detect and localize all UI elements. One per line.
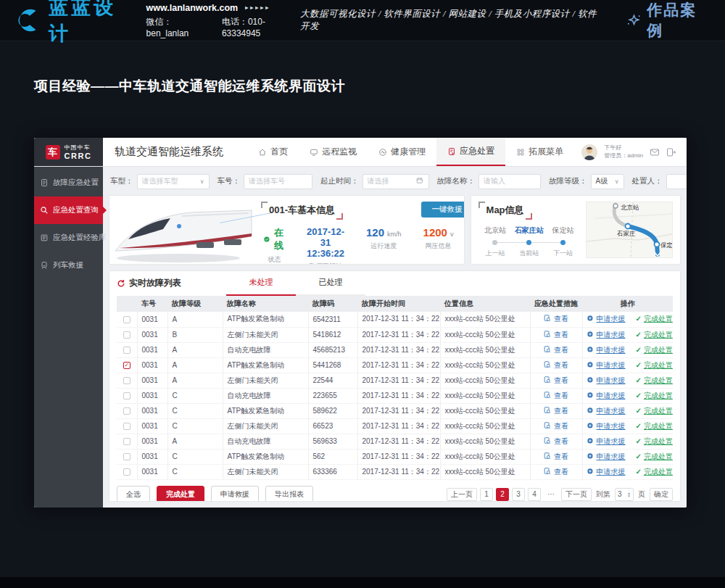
logout-icon[interactable]	[666, 147, 676, 157]
map-thumbnail[interactable]: 北京站 石家庄 保定	[586, 202, 673, 258]
page-button-3[interactable]: 3	[512, 488, 525, 501]
complete-link[interactable]: ✓完成处置	[636, 437, 673, 445]
page-button-···[interactable]: ···	[544, 488, 558, 501]
nav-tab-首页[interactable]: 首页	[247, 138, 299, 166]
row-checkbox[interactable]	[123, 331, 130, 339]
page-button-1[interactable]: 1	[480, 488, 493, 501]
cell-start-time: 2017-12-31 11：34：22	[357, 357, 440, 373]
complete-link[interactable]: ✓完成处置	[636, 315, 673, 323]
row-checkbox[interactable]	[123, 438, 130, 445]
refresh-icon[interactable]	[117, 279, 125, 288]
request-rescue-link[interactable]: 申请求援	[587, 392, 626, 399]
complete-link[interactable]: ✓完成处置	[636, 407, 673, 415]
complete-link[interactable]: ✓完成处置	[636, 361, 673, 369]
row-checkbox[interactable]	[123, 407, 130, 415]
avatar[interactable]	[581, 144, 597, 160]
tab-未处理[interactable]: 未处理	[226, 277, 296, 296]
complete-link[interactable]: ✓完成处置	[636, 376, 673, 384]
nav-tab-label: 拓展菜单	[529, 146, 563, 158]
nav-tab-远程监视[interactable]: 远程监视	[299, 138, 368, 166]
filter-select[interactable]: 请选择车型∨	[137, 174, 210, 189]
request-rescue-link[interactable]: 申请求援	[587, 331, 626, 339]
plus-circle-icon	[587, 423, 594, 430]
row-checkbox[interactable]	[123, 377, 130, 384]
sparkle-icon	[626, 14, 642, 27]
view-link[interactable]: 查看	[544, 422, 568, 430]
sidebar-item-故障应急处置[interactable]: 故障应急处置	[34, 169, 103, 196]
request-rescue-link[interactable]: 申请求援	[587, 452, 626, 460]
footer-button-导出报表[interactable]: 导出报表	[265, 486, 313, 502]
cell-fault-name: 自动充电故障	[223, 342, 308, 357]
cell-car-no: 0031	[137, 388, 167, 403]
row-checkbox[interactable]	[123, 423, 130, 430]
jump-page-input[interactable]: 3▲▼	[615, 488, 634, 501]
filter-input[interactable]: 请选择车号	[244, 174, 312, 189]
nav-tab-拓展菜单[interactable]: 拓展菜单	[505, 138, 574, 166]
footer-button-申请救援[interactable]: 申请救援	[211, 486, 259, 502]
request-rescue-link[interactable]: 申请求援	[587, 315, 626, 323]
confirm-button[interactable]: 确定	[650, 488, 673, 501]
request-rescue-link[interactable]: 申请求援	[587, 407, 626, 415]
request-rescue-link[interactable]: 申请求援	[587, 422, 626, 430]
complete-link[interactable]: ✓完成处置	[636, 346, 673, 354]
request-rescue-link[interactable]: 申请求援	[587, 346, 626, 354]
view-link[interactable]: 查看	[544, 437, 568, 445]
sidebar-item-列车救援[interactable]: 列车救援	[34, 252, 103, 279]
prev-page-button[interactable]: 上一页	[447, 488, 477, 501]
view-link[interactable]: 查看	[544, 361, 568, 369]
view-link[interactable]: 查看	[544, 452, 568, 460]
sidebar-item-应急处置查询[interactable]: 应急处置查询	[34, 196, 103, 224]
footer-button-全选[interactable]: 全选	[117, 486, 150, 502]
filter-input[interactable]: 请输入	[478, 174, 541, 189]
nav-tab-应急处置[interactable]: 应急处置	[436, 138, 505, 166]
request-rescue-link[interactable]: 申请求援	[587, 468, 626, 476]
row-checkbox[interactable]	[123, 392, 130, 399]
row-checkbox[interactable]: ✓	[123, 362, 130, 369]
filter-input[interactable]	[666, 174, 687, 189]
complete-link[interactable]: ✓完成处置	[636, 331, 673, 339]
calendar-icon	[416, 177, 424, 185]
complete-link[interactable]: ✓完成处置	[636, 468, 673, 476]
cell-start-time: 2017-12-31 11：34：22	[357, 388, 440, 403]
request-rescue-link[interactable]: 申请求援	[587, 376, 626, 384]
request-rescue-link[interactable]: 申请求援	[587, 437, 626, 445]
date-range-input[interactable]: 请选择	[362, 174, 429, 189]
row-checkbox[interactable]	[123, 316, 130, 323]
complete-link[interactable]: ✓完成处置	[636, 392, 673, 399]
cell-start-time: 2017-12-31 11：34：22	[357, 342, 440, 357]
nav-tab-健康管理[interactable]: 健康管理	[368, 138, 436, 166]
cell-fault-code: 589622	[308, 403, 357, 418]
table-row: 0031C左侧门未能关闭665232017-12-31 11：34：22xxx站…	[117, 418, 673, 434]
filter-select[interactable]: A级∨	[591, 174, 624, 189]
complete-link[interactable]: ✓完成处置	[636, 452, 673, 460]
view-link[interactable]: 查看	[544, 376, 568, 384]
view-link[interactable]: 查看	[544, 392, 568, 399]
view-link[interactable]: 查看	[544, 315, 568, 323]
row-checkbox[interactable]	[123, 453, 130, 460]
row-checkbox[interactable]	[123, 468, 130, 476]
mail-icon[interactable]	[650, 147, 660, 157]
sidebar-item-应急处置经验库[interactable]: 应急处置经验库	[34, 224, 103, 252]
site-logo[interactable]: 蓝蓝设计	[14, 0, 135, 46]
cell-fault-level: C	[167, 449, 223, 464]
filter-bar: 车型：请选择车型∨车号：请选择车号起止时间：请选择故障名称：请输入故障等级：A级…	[109, 172, 681, 191]
row-checkbox[interactable]	[123, 347, 130, 354]
page-button-2[interactable]: 2	[496, 488, 509, 501]
tab-已处理[interactable]: 已处理	[296, 277, 365, 296]
one-key-rescue-button[interactable]: 一键救援	[421, 202, 464, 218]
view-link[interactable]: 查看	[544, 346, 568, 354]
train-image	[109, 199, 258, 265]
fault-tabs: 未处理已处理	[226, 277, 365, 296]
view-link[interactable]: 查看	[544, 468, 568, 476]
next-page-button[interactable]: 下一页	[561, 488, 592, 501]
page-button-4[interactable]: 4	[528, 488, 541, 501]
view-link[interactable]: 查看	[544, 407, 568, 415]
stepper-icon[interactable]: ▲▼	[627, 492, 631, 497]
pagination: 上一页1234···下一页到第3▲▼页确定	[447, 488, 673, 501]
request-rescue-link[interactable]: 申请求援	[587, 361, 626, 369]
nav-tab-label: 健康管理	[391, 146, 426, 158]
complete-link[interactable]: ✓完成处置	[636, 422, 673, 430]
view-link[interactable]: 查看	[544, 331, 568, 339]
footer-button-完成处置[interactable]: 完成处置	[157, 486, 204, 502]
portfolio-link[interactable]: 作品案例	[626, 0, 710, 41]
